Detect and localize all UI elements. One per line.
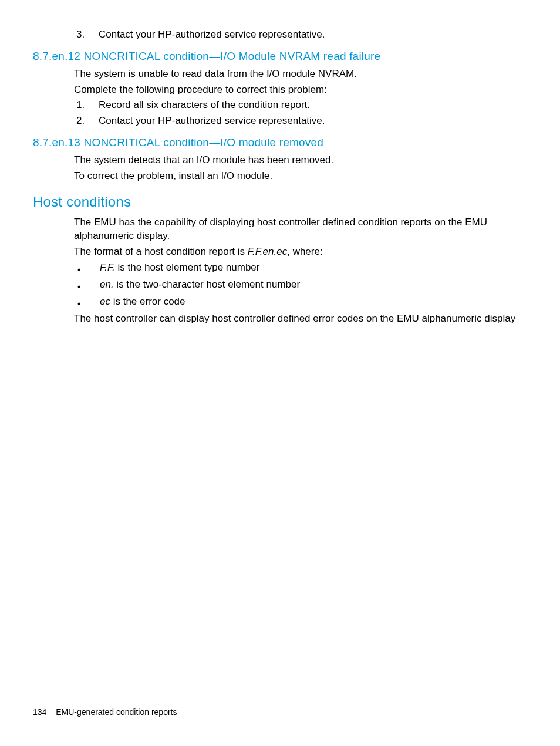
- subheading-8-7-en-13: 8.7.en.13 NONCRITICAL condition—I/O modu…: [33, 135, 527, 150]
- subheading-8-7-en-12: 8.7.en.12 NONCRITICAL condition—I/O Modu…: [33, 49, 527, 64]
- paragraph-format: The format of a host condition report is…: [74, 245, 527, 259]
- paragraph: Complete the following procedure to corr…: [74, 83, 527, 97]
- list-item: 2. Contact your HP-authorized service re…: [74, 114, 527, 128]
- page-number: 134: [33, 707, 46, 717]
- section-heading-host-conditions: Host conditions: [33, 193, 527, 211]
- continued-list-block: 3. Contact your HP-authorized service re…: [74, 28, 527, 42]
- page-footer: 134 EMU-generated condition reports: [33, 707, 177, 718]
- paragraph: The EMU has the capability of displaying…: [74, 216, 527, 243]
- list-item: 1. Record all six characters of the cond…: [74, 99, 527, 112]
- term-rest: is the error code: [110, 296, 185, 307]
- text-pre: The format of a host condition report is: [74, 246, 248, 257]
- text-post: , where:: [287, 246, 322, 257]
- list-number: 2.: [74, 114, 99, 128]
- list-text: en. is the two-character host element nu…: [100, 278, 527, 292]
- section-body-host: The EMU has the capability of displaying…: [74, 216, 527, 326]
- term-rest: is the host element type number: [115, 262, 260, 273]
- bullet-list-host: F.F. is the host element type number en.…: [74, 261, 527, 309]
- italic-term: F.F.: [100, 262, 115, 273]
- paragraph: The system detects that an I/O module ha…: [74, 154, 527, 167]
- footer-title: EMU-generated condition reports: [56, 707, 177, 717]
- list-item: 3. Contact your HP-authorized service re…: [74, 28, 527, 42]
- bullet-icon: [74, 261, 100, 275]
- italic-term: ec: [100, 296, 110, 307]
- term-rest: is the two-character host element number: [114, 279, 300, 290]
- list-number: 3.: [74, 28, 99, 42]
- section-body-12: The system is unable to read data from t…: [74, 67, 527, 129]
- list-item: ec is the error code: [74, 295, 527, 309]
- section-body-13: The system detects that an I/O module ha…: [74, 154, 527, 183]
- paragraph: To correct the problem, install an I/O m…: [74, 170, 527, 183]
- bullet-icon: [74, 278, 100, 292]
- list-text: Record all six characters of the conditi…: [99, 99, 527, 112]
- list-number: 1.: [74, 99, 99, 112]
- paragraph: The system is unable to read data from t…: [74, 67, 527, 81]
- page-content: 3. Contact your HP-authorized service re…: [0, 0, 560, 326]
- list-text: F.F. is the host element type number: [100, 261, 527, 275]
- list-item: F.F. is the host element type number: [74, 261, 527, 275]
- numbered-list-12: 1. Record all six characters of the cond…: [74, 99, 527, 128]
- list-text: Contact your HP-authorized service repre…: [99, 28, 527, 42]
- format-code-italic: F.F.en.ec: [248, 246, 287, 257]
- numbered-list-top: 3. Contact your HP-authorized service re…: [74, 28, 527, 42]
- italic-term: en.: [100, 279, 114, 290]
- paragraph: The host controller can display host con…: [74, 312, 527, 326]
- list-text: Contact your HP-authorized service repre…: [99, 114, 527, 128]
- bullet-icon: [74, 295, 100, 309]
- list-item: en. is the two-character host element nu…: [74, 278, 527, 292]
- list-text: ec is the error code: [100, 295, 527, 309]
